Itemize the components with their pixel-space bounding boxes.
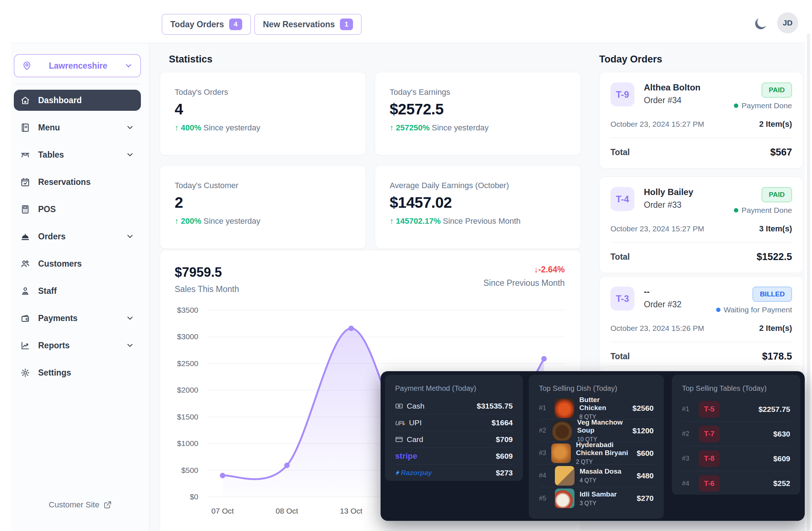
chevron-down-icon: [126, 123, 134, 132]
sidebar-item-dashboard[interactable]: Dashboard: [14, 90, 141, 111]
svg-text:13 Oct: 13 Oct: [340, 507, 362, 515]
stat-card-todays-earnings: Today's Earnings $2572.5 ↑ 257250% Since…: [375, 72, 581, 155]
dish-name: Veg Manchow Soup: [577, 418, 627, 434]
customer-site-link[interactable]: Customer Site: [11, 500, 150, 510]
svg-text:$1500: $1500: [177, 413, 198, 421]
top-selling-dish-panel: Top Selling Dish (Today) #1 Butter Chick…: [529, 375, 664, 519]
dish-rank: #1: [539, 404, 549, 412]
payment-method-label: UPI: [409, 418, 422, 427]
menu-book-icon: [20, 123, 30, 133]
chart-x-axis-labels: 07 Oct08 Oct13 Oct: [211, 507, 362, 515]
card-divider: [610, 242, 792, 243]
svg-text:$1000: $1000: [177, 439, 198, 447]
new-reservations-button[interactable]: New Reservations 1: [254, 14, 362, 35]
dish-name: Idli Sambar: [580, 490, 617, 498]
dish-name: Hyderabadi Chicken Biryani: [576, 441, 632, 457]
moon-icon: [752, 16, 768, 32]
dish-image: [555, 489, 575, 508]
chart-y-axis-labels: $0$500$1000$1500$2000$2500$3000$3500: [177, 306, 198, 501]
sidebar-item-orders[interactable]: Orders: [14, 226, 141, 247]
stat-delta-percent: 200%: [181, 216, 201, 226]
sidebar-item-reports[interactable]: Reports: [14, 335, 141, 356]
sidebar-item-menu[interactable]: Menu: [14, 117, 141, 138]
payment-row-razorpay: Razorpay $273: [395, 465, 513, 481]
table-rank: #3: [682, 455, 693, 462]
payment-method-value: $1664: [492, 418, 513, 427]
dish-rank: #2: [539, 427, 547, 434]
payment-method-value: $609: [496, 452, 513, 461]
order-number: Order #33: [644, 200, 693, 210]
customer-name: Holly Bailey: [644, 187, 693, 197]
table-row: #1 T-5 $2257.75: [682, 397, 790, 422]
dish-image: [555, 466, 575, 486]
dish-qty: 4 QTY: [580, 477, 621, 484]
stat-value: $2572.5: [390, 101, 566, 118]
total-label: Total: [610, 352, 630, 361]
sidebar-item-label: Menu: [38, 123, 118, 133]
table-value: $630: [773, 430, 790, 438]
sales-delta: ↓-2.64% Since Previous Month: [483, 265, 565, 288]
table-badge: T-3: [610, 287, 634, 311]
payment-method-value: $709: [496, 435, 513, 444]
order-card-34[interactable]: T-9 Althea Bolton Order #34 PAID Payment…: [599, 72, 803, 169]
page-scrollbar[interactable]: [807, 33, 810, 531]
sidebar-item-staff[interactable]: Staff: [14, 280, 141, 301]
order-card-32[interactable]: T-3 -- Order #32 BILLED Waiting for Paym…: [599, 276, 803, 373]
top-selling-dish-title: Top Selling Dish (Today): [539, 384, 654, 393]
location-selector[interactable]: Lawrenceshire: [14, 54, 141, 77]
dish-name: Butter Chicken: [579, 396, 627, 412]
customer-site-label: Customer Site: [49, 500, 99, 510]
sidebar-item-reservations[interactable]: Reservations: [14, 171, 141, 192]
status-dot: [734, 104, 738, 108]
sidebar-item-customers[interactable]: Customers: [14, 253, 141, 274]
sidebar-item-label: Tables: [38, 150, 118, 160]
stat-value: 2: [175, 194, 351, 211]
payment-status-text: Payment Done: [742, 101, 792, 110]
dish-row: #1 Butter Chicken 8 QTY $2560: [539, 397, 654, 419]
svg-text:$3500: $3500: [177, 306, 198, 314]
table-badge: T-5: [699, 401, 720, 418]
chevron-down-icon: [126, 150, 134, 159]
dark-mode-toggle[interactable]: [752, 16, 768, 32]
svg-text:$2500: $2500: [177, 359, 198, 368]
razorpay-bolt-icon: [395, 470, 400, 476]
svg-text:08 Oct: 08 Oct: [276, 507, 298, 515]
sidebar-item-tables[interactable]: Tables: [14, 144, 141, 165]
svg-text:07 Oct: 07 Oct: [211, 507, 234, 515]
stat-card-todays-orders: Today's Orders 4 ↑ 400% Since yesterday: [160, 72, 366, 155]
payment-row-cash: Cash $31535.75: [395, 398, 513, 414]
table-badge: T-4: [610, 187, 634, 211]
calendar-check-icon: [20, 177, 30, 187]
total-value: $567: [770, 147, 792, 158]
top-selling-tables-panel: Top Selling Tables (Today) #1 T-5 $2257.…: [672, 375, 800, 495]
payment-method-value: $273: [496, 469, 513, 477]
svg-text:$500: $500: [181, 466, 198, 474]
sidebar-item-payments[interactable]: Payments: [14, 308, 141, 329]
statistics-heading: Statistics: [169, 54, 212, 65]
order-item-count: 2 Item(s): [759, 324, 792, 333]
chevron-down-icon: [124, 61, 133, 70]
sidebar-item-label: Reservations: [38, 177, 134, 187]
sidebar-item-settings[interactable]: Settings: [14, 362, 141, 383]
user-avatar[interactable]: JD: [777, 12, 798, 33]
users-icon: [20, 259, 30, 269]
stat-delta: ↑ 257250% Since yesterday: [390, 123, 566, 133]
sidebar-item-label: Dashboard: [38, 96, 134, 105]
down-arrow-icon: ↓: [534, 265, 539, 274]
up-arrow-icon: ↑: [390, 123, 394, 133]
order-card-33[interactable]: T-4 Holly Bailey Order #33 PAID Payment …: [599, 177, 803, 273]
dish-qty: 2 QTY: [576, 459, 632, 465]
dish-value: $600: [637, 449, 654, 458]
stat-card-average-daily-earnings: Average Daily Earnings (October) $1457.0…: [375, 165, 581, 249]
today-orders-button[interactable]: Today Orders 4: [162, 14, 251, 35]
stat-label: Today's Orders: [175, 88, 351, 97]
dish-row: #2 Veg Manchow Soup 10 QTY $1200: [539, 419, 654, 442]
stat-delta-suffix: Since yesterday: [203, 123, 260, 133]
sidebar-item-pos[interactable]: POS: [14, 199, 141, 220]
status-dot: [716, 308, 720, 312]
table-value: $2257.75: [758, 405, 790, 414]
chevron-down-icon: [126, 341, 134, 350]
stat-label: Today's Earnings: [390, 88, 566, 97]
stat-label: Today's Customer: [175, 181, 351, 190]
payment-method-title: Payment Method (Today): [395, 384, 513, 393]
